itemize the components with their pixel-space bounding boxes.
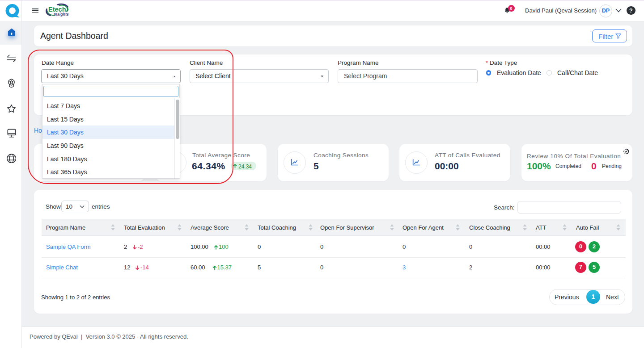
svg-text:Insights: Insights xyxy=(54,12,69,17)
